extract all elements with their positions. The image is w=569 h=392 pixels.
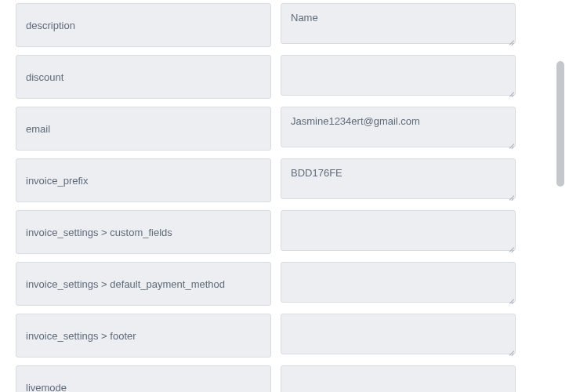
field-row-email: email [16,107,516,151]
field-row-discount: discount [16,55,516,99]
field-label[interactable]: invoice_settings > default_payment_metho… [16,262,271,306]
field-label[interactable]: description [16,3,271,47]
field-value-wrap [281,365,516,392]
field-value-description[interactable] [281,3,516,44]
field-value-invoice-prefix[interactable] [281,158,516,199]
field-value-wrap [281,3,516,47]
field-value-wrap [281,107,516,151]
field-label[interactable]: invoice_settings > custom_fields [16,210,271,254]
form-content: description discount email invoice_prefi… [0,0,531,392]
field-row-default-payment-method: invoice_settings > default_payment_metho… [16,262,516,306]
field-value-default-payment-method[interactable] [281,262,516,303]
field-value-wrap [281,262,516,306]
scrollbar-thumb[interactable] [556,61,564,187]
field-label[interactable]: invoice_settings > footer [16,314,271,358]
field-value-wrap [281,55,516,99]
field-value-email[interactable] [281,107,516,147]
field-label[interactable]: email [16,107,271,151]
field-row-invoice-prefix: invoice_prefix [16,158,516,202]
field-row-footer: invoice_settings > footer [16,314,516,358]
field-value-footer[interactable] [281,314,516,354]
field-value-wrap [281,210,516,254]
field-row-description: description [16,3,516,47]
field-value-wrap [281,158,516,202]
field-value-discount[interactable] [281,55,516,96]
field-label[interactable]: discount [16,55,271,99]
field-value-wrap [281,314,516,358]
field-value-custom-fields[interactable] [281,210,516,251]
field-label[interactable]: livemode [16,365,271,392]
field-value-livemode[interactable] [281,365,516,392]
field-label[interactable]: invoice_prefix [16,158,271,202]
scrollbar-track[interactable] [555,0,566,392]
field-row-custom-fields: invoice_settings > custom_fields [16,210,516,254]
field-row-livemode: livemode [16,365,516,392]
